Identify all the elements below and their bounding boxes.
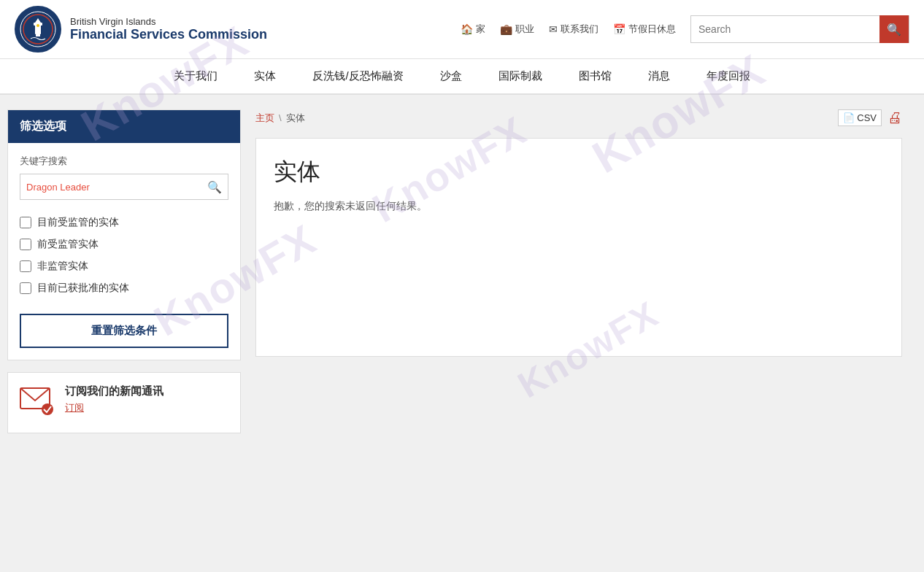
logo-icon — [15, 6, 61, 53]
checkbox-currently-regulated-label: 目前受监管的实体 — [37, 216, 119, 229]
logo-line1: British Virgin Islands — [70, 16, 267, 27]
nav-career[interactable]: 💼 职业 — [500, 23, 534, 36]
newsletter-icon-area — [20, 384, 56, 421]
content-card: 实体 抱歉，您的搜索未返回任何结果。 — [255, 138, 902, 357]
checkbox-currently-approved-label: 目前已获批准的实体 — [37, 282, 129, 295]
nav-library[interactable]: 图书馆 — [571, 59, 619, 93]
filter-panel: 筛选选项 关键字搜索 🔍 目前受监管的实体 前受监管实体 — [7, 109, 241, 360]
nav-contact-label: 联系我们 — [561, 23, 598, 36]
nav-about[interactable]: 关于我们 — [166, 59, 225, 93]
top-nav: 🏠 家 💼 职业 ✉ 联系我们 📅 节假日休息 — [461, 23, 676, 36]
logo-text: British Virgin Islands Financial Service… — [70, 16, 267, 42]
checkbox-previously-regulated[interactable]: 前受监管实体 — [20, 233, 228, 255]
breadcrumb-separator: \ — [279, 112, 282, 123]
checkbox-non-regulated-label: 非监管实体 — [37, 260, 88, 273]
svg-rect-6 — [36, 34, 40, 36]
sidebar: 筛选选项 关键字搜索 🔍 目前受监管的实体 前受监管实体 — [7, 109, 241, 518]
checkbox-previously-regulated-label: 前受监管实体 — [37, 238, 99, 251]
main-content: 主页 \ 实体 📄 CSV 🖨 实体 抱歉，您的搜索未返回任何结果。 — [241, 109, 917, 518]
svg-point-8 — [42, 403, 53, 415]
checkbox-non-regulated[interactable]: 非监管实体 — [20, 255, 228, 277]
csv-file-icon: 📄 — [843, 112, 855, 123]
top-bar: British Virgin Islands Financial Service… — [0, 0, 924, 59]
csv-export-button[interactable]: 📄 CSV — [838, 109, 882, 126]
contact-icon: ✉ — [549, 23, 558, 35]
page-body: 筛选选项 关键字搜索 🔍 目前受监管的实体 前受监管实体 — [0, 95, 924, 533]
print-button[interactable]: 🖨 — [888, 109, 902, 126]
keyword-search-input[interactable] — [20, 182, 201, 193]
filter-body: 关键字搜索 🔍 目前受监管的实体 前受监管实体 非监管 — [8, 143, 240, 360]
nav-contact[interactable]: ✉ 联系我们 — [549, 23, 598, 36]
checkbox-currently-regulated[interactable]: 目前受监管的实体 — [20, 212, 228, 233]
home-icon: 🏠 — [461, 23, 473, 35]
search-icon: 🔍 — [887, 23, 901, 36]
newsletter-title: 订阅我们的新闻通讯 — [65, 384, 163, 398]
keyword-search-button[interactable]: 🔍 — [201, 180, 228, 194]
envelope-icon — [20, 384, 56, 415]
nav-news[interactable]: 消息 — [641, 59, 677, 93]
newsletter-panel: 订阅我们的新闻通讯 订阅 — [7, 372, 241, 433]
career-icon: 💼 — [500, 23, 512, 35]
nav-career-label: 职业 — [515, 23, 534, 36]
nav-entity[interactable]: 实体 — [247, 59, 283, 93]
breadcrumb: 主页 \ 实体 📄 CSV 🖨 — [255, 109, 902, 126]
newsletter-text: 订阅我们的新闻通讯 订阅 — [65, 384, 163, 414]
checkbox-previously-regulated-input[interactable] — [20, 239, 31, 250]
nav-sanctions[interactable]: 国际制裁 — [491, 59, 550, 93]
nav-holiday-label: 节假日休息 — [628, 23, 676, 36]
nav-annual[interactable]: 年度回报 — [699, 59, 758, 93]
keyword-search-box: 🔍 — [20, 174, 228, 200]
nav-home-label: 家 — [476, 23, 485, 36]
logo-area: British Virgin Islands Financial Service… — [15, 6, 267, 53]
newsletter-subscribe-link[interactable]: 订阅 — [65, 402, 84, 413]
page-title: 实体 — [274, 156, 884, 188]
no-results-message: 抱歉，您的搜索未返回任何结果。 — [274, 200, 884, 213]
csv-label: CSV — [857, 112, 877, 123]
checkbox-currently-approved-input[interactable] — [20, 282, 31, 294]
svg-point-5 — [36, 24, 39, 27]
nav-aml[interactable]: 反洗钱/反恐怖融资 — [305, 59, 410, 93]
nav-home[interactable]: 🏠 家 — [461, 23, 485, 36]
top-right-area: 🏠 家 💼 职业 ✉ 联系我们 📅 节假日休息 🔍 — [461, 15, 909, 43]
header-search-box: 🔍 — [690, 15, 909, 43]
nav-sandbox[interactable]: 沙盒 — [433, 59, 469, 93]
logo-line2: Financial Services Commission — [70, 27, 267, 42]
breadcrumb-home[interactable]: 主页 — [255, 112, 274, 125]
breadcrumb-current: 实体 — [286, 112, 305, 125]
checkbox-currently-regulated-input[interactable] — [20, 217, 31, 228]
nav-holiday[interactable]: 📅 节假日休息 — [613, 23, 676, 36]
keyword-label: 关键字搜索 — [20, 155, 228, 168]
header-search-button[interactable]: 🔍 — [879, 15, 909, 43]
filter-title: 筛选选项 — [8, 110, 240, 143]
holiday-icon: 📅 — [613, 23, 625, 35]
search-icon-small: 🔍 — [207, 181, 222, 193]
main-nav: 关于我们 实体 反洗钱/反恐怖融资 沙盒 国际制裁 图书馆 消息 年度回报 — [0, 59, 924, 95]
header-search-input[interactable] — [691, 23, 879, 35]
reset-filter-button[interactable]: 重置筛选条件 — [20, 314, 228, 348]
checkbox-currently-approved[interactable]: 目前已获批准的实体 — [20, 277, 228, 299]
checkbox-non-regulated-input[interactable] — [20, 260, 31, 272]
print-icon: 🖨 — [888, 109, 902, 125]
